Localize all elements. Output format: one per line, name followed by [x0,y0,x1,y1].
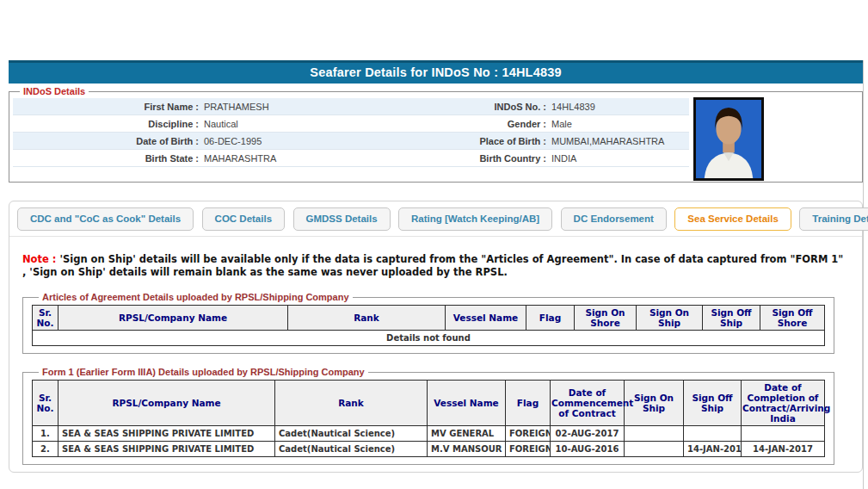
header-cell: Sign On Ship [637,306,703,331]
data-cell-company: SEA & SEAS SHIPPING PRIVATE LIMITED [58,426,275,442]
field-value: MUMBAI,MAHARASHTRA [551,133,689,149]
data-cell-flag: FOREIGN [506,426,551,442]
table-row: 1. SEA & SEAS SHIPPING PRIVATE LIMITED C… [33,426,825,442]
header-cell: Flag [506,381,551,426]
data-cell-sign-on-ship [625,442,684,457]
field-value: MAHARASHTRA [204,150,386,166]
field-value: INDIA [551,150,689,166]
data-cell-commencement-date: 10-AUG-2016 [551,442,625,457]
table-header-row: Sr. No. RPSL/Company Name Rank Vessel Na… [33,306,825,331]
field-value: Male [551,115,689,132]
field-value: PRATHAMESH [204,98,386,115]
note-prefix: Note : [22,253,56,265]
articles-of-agreement-legend-text: Articles of Agreement Details uploaded b… [42,292,349,302]
header-cell: Sign Off Shore [760,306,825,331]
field-label: Birth Country : [386,150,551,166]
data-cell-rank: Cadet(Nautical Science) [275,442,428,457]
indos-field-rows: First Name : PRATHAMESH INDoS No. : 14HL… [13,98,689,167]
tab-gmdss-details[interactable]: GMDSS Details [293,207,391,231]
articles-of-agreement-table: Sr. No. RPSL/Company Name Rank Vessel Na… [32,305,825,346]
header-cell: Sign Off Ship [703,306,760,331]
header-cell: Sr. No. [33,381,58,426]
field-value: 14HL4839 [551,98,689,115]
tab-training-details[interactable]: Training Details [799,207,868,231]
data-cell-sign-off-ship: 14-JAN-2017 [684,442,742,457]
data-cell-company: SEA & SEAS SHIPPING PRIVATE LIMITED [58,442,275,457]
field-label: INDoS No. : [386,98,551,115]
field-value: 06-DEC-1995 [204,133,386,149]
table-header-row: Sr. No. RPSL/Company Name Rank Vessel Na… [33,381,825,426]
header-cell: RPSL/Company Name [58,306,288,331]
field-label: Place of Birth : [386,133,551,149]
data-cell-flag: FOREIGN [506,442,551,457]
tab-sea-service-details[interactable]: Sea Service Details [674,207,791,231]
data-cell-rank: Cadet(Nautical Science) [275,426,428,442]
data-cell-completion-date [742,426,825,442]
field-label: Birth State : [13,150,204,166]
empty-result-row: Details not found [33,331,825,346]
field-row: First Name : PRATHAMESH INDoS No. : 14HL… [13,98,689,115]
seafarer-details-page: Seafarer Details for INDoS No : 14HL4839… [0,0,868,489]
page-title-bar: Seafarer Details for INDoS No : 14HL4839 [9,60,863,84]
table-row: 2. SEA & SEAS SHIPPING PRIVATE LIMITED C… [33,442,825,457]
page-title: Seafarer Details for INDoS No : 14HL4839 [310,65,561,79]
note-body: 'Sign on Ship' details will be available… [22,253,843,278]
indos-details-legend: INDoS Details [20,86,89,96]
data-cell-sr-no: 1. [33,426,58,442]
tab-separator [9,236,862,237]
header-cell: Date of Completion of Contract/Arriving … [742,381,825,426]
tab-dc-endorsement[interactable]: DC Endorsement [561,207,667,231]
data-cell-vessel: M.V MANSOUR M [428,442,506,457]
field-value: Nautical [204,115,386,132]
note-text: Note : 'Sign on Ship' details will be av… [22,253,850,279]
header-cell: Vessel Name [428,381,506,426]
field-row: Date of Birth : 06-DEC-1995 Place of Bir… [13,133,689,150]
header-cell: Sign Off Ship [684,381,742,426]
tab-coc-details[interactable]: COC Details [202,207,285,231]
data-cell-commencement-date: 02-AUG-2017 [551,426,625,442]
articles-of-agreement-fieldset: Articles of Agreement Details uploaded b… [22,292,834,354]
form1-details-legend-text: Form 1 (Earlier Form IIIA) Details uploa… [42,367,365,377]
indos-details-legend-text: INDoS Details [23,86,85,96]
form1-details-table: Sr. No. RPSL/Company Name Rank Vessel Na… [32,380,825,457]
data-cell-vessel: MV GENERAL [428,426,506,442]
form1-details-fieldset: Form 1 (Earlier Form IIIA) Details uploa… [22,367,834,465]
tab-content-panel: CDC and "CoC as Cook" Details COC Detail… [9,201,863,473]
data-cell-sr-no: 2. [33,442,58,457]
seafarer-photo-image [696,100,761,178]
form1-details-legend: Form 1 (Earlier Form IIIA) Details uploa… [39,367,368,377]
field-label: Discipline : [13,115,204,132]
tab-cdc-coc-cook-details[interactable]: CDC and "CoC as Cook" Details [17,207,194,231]
header-cell: Date of Commencement of Contract [551,381,625,426]
content-right-border [863,60,864,489]
articles-of-agreement-legend: Articles of Agreement Details uploaded b… [39,292,353,302]
header-cell: Rank [275,381,428,426]
field-row: Birth State : MAHARASHTRA Birth Country … [13,150,689,167]
header-cell: Rank [288,306,446,331]
tab-rating-watch-keeping-ab[interactable]: Rating [Watch Keeping/AB] [398,207,552,231]
details-not-found-message: Details not found [33,331,825,346]
field-label: First Name : [13,98,204,115]
header-cell: Sign On Shore [575,306,637,331]
data-cell-sign-on-ship [625,426,684,442]
tab-bar: CDC and "CoC as Cook" Details COC Detail… [9,201,862,231]
data-cell-sign-off-ship [684,426,742,442]
data-cell-completion-date: 14-JAN-2017 [742,442,825,457]
field-label: Gender : [386,115,551,132]
field-label: Date of Birth : [13,133,204,149]
header-cell: Sr. No. [33,306,58,331]
seafarer-photo [693,97,764,181]
field-row: Discipline : Nautical Gender : Male [13,115,689,133]
header-cell: Vessel Name [446,306,526,331]
header-cell: RPSL/Company Name [58,381,275,426]
header-cell: Flag [526,306,575,331]
